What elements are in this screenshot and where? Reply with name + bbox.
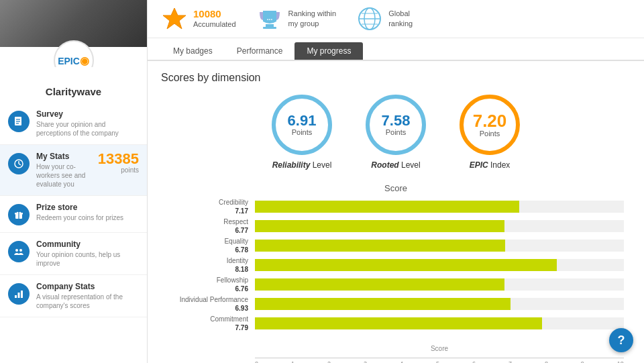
bar-fill bbox=[255, 201, 519, 213]
tab-my-badges[interactable]: My badges bbox=[161, 42, 225, 60]
bar-track bbox=[255, 298, 624, 310]
x-tick: 9 bbox=[581, 360, 584, 363]
survey-nav-text: Survey Share your opinion and perception… bbox=[36, 109, 139, 138]
prize-store-title: Prize store bbox=[36, 203, 139, 212]
bar-row: Identity8.18 bbox=[255, 257, 624, 273]
top-bar: 10080 Accumulated ... Ranking withinmy g… bbox=[148, 0, 644, 38]
x-tick: 8 bbox=[545, 360, 548, 363]
bar-track bbox=[255, 201, 624, 213]
community-desc: Your opinion counts, help us improve bbox=[36, 250, 139, 268]
bar-row: Commitment7.79 bbox=[255, 315, 624, 331]
accumulated-label: Accumulated bbox=[193, 19, 236, 30]
rooted-circle-item: 7.58 Points Rooted Level bbox=[366, 95, 426, 170]
bar-track bbox=[255, 317, 624, 329]
bar-fill bbox=[255, 259, 557, 271]
bar-label: Identity8.18 bbox=[168, 256, 254, 274]
gift-icon bbox=[8, 204, 30, 225]
sidebar: EPIC◉ Claritywave Survey Share your opin… bbox=[0, 0, 148, 363]
reliability-label: Reliability Level bbox=[272, 160, 332, 170]
bar-row: Fellowship6.76 bbox=[255, 276, 624, 293]
bar-fill bbox=[255, 278, 504, 291]
reliability-unit: Points bbox=[292, 128, 313, 136]
content-area: Scores by dimension 6.91 Points Reliabil… bbox=[148, 61, 644, 363]
rooted-unit: Points bbox=[386, 128, 407, 136]
my-stats-points: 13385 bbox=[98, 152, 139, 166]
svg-text:...: ... bbox=[266, 14, 272, 21]
score-circles: 6.91 Points Reliability Level 7.58 Point… bbox=[161, 95, 631, 170]
trophy-icon: ... bbox=[256, 5, 283, 32]
svg-point-10 bbox=[15, 249, 18, 252]
rooted-value: 7.58 bbox=[382, 113, 411, 128]
sidebar-item-my-stats[interactable]: My Stats How your co-workers see and eva… bbox=[0, 145, 147, 196]
x-tick: 4 bbox=[400, 360, 403, 363]
x-axis: 012345678910 bbox=[255, 358, 624, 363]
bar-fill bbox=[255, 317, 542, 329]
bar-label: Fellowship6.76 bbox=[168, 276, 254, 293]
chart-container: Score Credibility7.17Respect6.77Equality… bbox=[161, 183, 631, 363]
tab-performance[interactable]: Performance bbox=[225, 42, 295, 60]
reliability-value: 6.91 bbox=[288, 113, 317, 128]
company-name: Claritywave bbox=[0, 86, 147, 103]
main-content: 10080 Accumulated ... Ranking withinmy g… bbox=[148, 0, 644, 363]
accumulated-item: 10080 Accumulated bbox=[161, 5, 236, 32]
svg-marker-15 bbox=[163, 8, 186, 29]
epic-unit: Points bbox=[480, 129, 500, 138]
tab-my-progress[interactable]: My progress bbox=[294, 42, 363, 60]
bar-row: Credibility7.17 bbox=[255, 199, 624, 215]
epic-circle: 7.20 Points bbox=[460, 95, 520, 155]
sidebar-item-community[interactable]: Community Your opinion counts, help us i… bbox=[0, 233, 147, 275]
svg-rect-13 bbox=[18, 293, 20, 298]
my-stats-title: My Stats bbox=[36, 152, 98, 161]
accumulated-text: 10080 Accumulated bbox=[193, 8, 236, 30]
ranking-group-text: Ranking withinmy group bbox=[288, 9, 337, 30]
bar-row: Equality6.78 bbox=[255, 238, 624, 254]
rooted-label: Rooted Level bbox=[371, 160, 420, 170]
bar-label: Commitment7.79 bbox=[168, 315, 254, 332]
logo-text: EPIC◉ bbox=[58, 54, 89, 67]
tabs-bar: My badges Performance My progress bbox=[148, 38, 644, 61]
company-stats-desc: A visual representation of the company's… bbox=[36, 293, 139, 310]
section-title: Scores by dimension bbox=[161, 72, 631, 84]
bar-fill bbox=[255, 220, 504, 232]
global-ranking-label: Globalranking bbox=[388, 9, 413, 30]
bar-label: Individual Performance6.93 bbox=[168, 295, 254, 313]
x-tick: 2 bbox=[327, 360, 331, 363]
community-nav-text: Community Your opinion counts, help us i… bbox=[36, 240, 139, 268]
x-axis-label: Score bbox=[255, 345, 624, 352]
global-ranking-item: Globalranking bbox=[356, 5, 413, 32]
bar-row: Individual Performance6.93 bbox=[255, 296, 624, 312]
bar-track bbox=[255, 220, 624, 232]
community-icon bbox=[8, 241, 30, 262]
chart-title: Score bbox=[168, 183, 624, 193]
x-tick: 3 bbox=[364, 360, 367, 363]
svg-point-11 bbox=[19, 249, 22, 252]
epic-label: EPIC Index bbox=[470, 160, 511, 170]
help-button[interactable]: ? bbox=[609, 328, 633, 352]
stats-icon bbox=[8, 153, 30, 174]
chart-icon bbox=[8, 283, 30, 305]
svg-rect-16 bbox=[266, 24, 274, 27]
bar-row: Respect6.77 bbox=[255, 218, 624, 234]
reliability-circle: 6.91 Points bbox=[272, 95, 332, 155]
bar-fill bbox=[255, 298, 511, 310]
ranking-group-label: Ranking withinmy group bbox=[288, 9, 337, 30]
sidebar-item-company-stats[interactable]: Company Stats A visual representation of… bbox=[0, 275, 147, 317]
globe-icon bbox=[356, 5, 383, 32]
prize-store-nav-text: Prize store Redeem your coins for prizes bbox=[36, 203, 139, 222]
my-stats-desc: How your co-workers see and evaluate you bbox=[36, 162, 98, 189]
x-tick: 6 bbox=[472, 360, 476, 363]
company-stats-nav-text: Company Stats A visual representation of… bbox=[36, 282, 139, 310]
sidebar-nav: Survey Share your opinion and perception… bbox=[0, 103, 147, 363]
epic-circle-item: 7.20 Points EPIC Index bbox=[460, 95, 520, 170]
prize-store-desc: Redeem your coins for prizes bbox=[36, 213, 139, 222]
bar-label: Equality6.78 bbox=[168, 237, 254, 254]
bar-fill bbox=[255, 240, 505, 252]
sidebar-item-prize-store[interactable]: Prize store Redeem your coins for prizes bbox=[0, 196, 147, 233]
bar-track bbox=[255, 240, 624, 252]
x-tick: 0 bbox=[255, 360, 258, 363]
document-icon bbox=[8, 111, 30, 132]
ranking-group-item: ... Ranking withinmy group bbox=[256, 5, 337, 32]
accumulated-value: 10080 bbox=[193, 8, 236, 19]
sidebar-item-survey[interactable]: Survey Share your opinion and perception… bbox=[0, 103, 147, 145]
my-stats-points-label: points bbox=[98, 166, 139, 174]
